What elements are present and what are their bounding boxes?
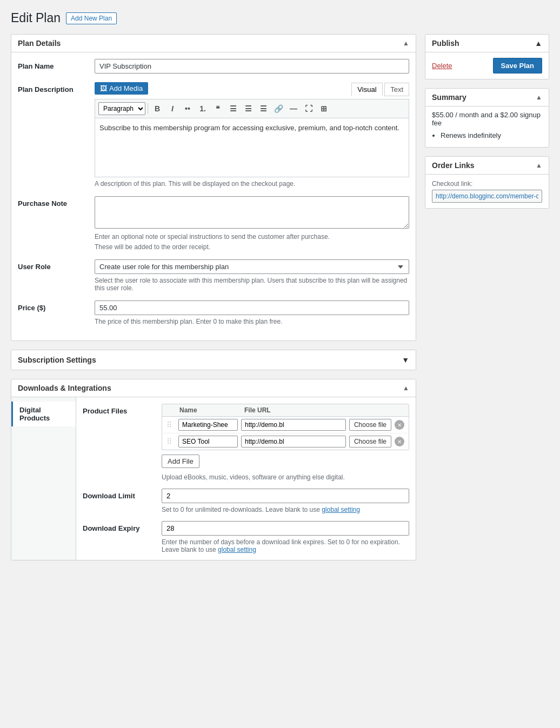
purchase-note-input[interactable] [95,196,409,229]
plan-name-label: Plan Name [18,59,88,70]
description-helper: A description of this plan. This will be… [95,180,409,188]
user-role-helper: Select the user role to associate with t… [95,277,409,292]
plan-name-content [95,59,409,74]
link-button[interactable]: 🔗 [271,102,285,116]
download-limit-input[interactable] [162,489,409,503]
order-links-chevron-icon: ▲ [536,162,542,169]
summary-list: Renews indefinitely [425,131,549,147]
plan-details-chevron-icon: ▲ [403,39,409,47]
product-files-header-row: Product Files Name File URL [83,404,409,481]
files-table-header: Name File URL [162,404,409,417]
summary-body: $55.00 / month and a $2.00 signup fee Re… [425,106,549,147]
user-role-label: User Role [18,259,88,271]
editor-wrapper: Subscribe to this membership program for… [95,118,409,177]
ordered-list-button[interactable]: 1. [196,102,210,116]
page-title: Edit Plan Add New Plan [11,11,549,25]
plan-name-row: Plan Name [18,59,409,74]
download-limit-global-link[interactable]: global setting [322,506,360,513]
drag-handle-icon[interactable]: ⠿ [166,437,175,446]
save-plan-button[interactable]: Save Plan [493,58,542,74]
publish-body: Delete Save Plan [425,52,549,79]
price-row: Price ($) The price of this membership p… [18,300,409,325]
file-name-input[interactable] [178,419,238,431]
plan-name-input[interactable] [95,59,409,74]
add-media-button[interactable]: 🖼 Add Media [95,82,148,95]
image-icon: 🖼 [100,84,107,92]
bold-button[interactable]: B [150,102,164,116]
align-left-button[interactable]: ☰ [226,102,240,116]
user-role-row: User Role Create user role for this memb… [18,259,409,292]
download-expiry-helper: Enter the number of days before a downlo… [162,538,409,553]
summary-card: Summary ▲ $55.00 / month and a $2.00 sig… [425,88,549,148]
downloads-chevron-icon: ▲ [403,384,409,392]
checkout-link-input[interactable] [432,190,542,203]
remove-file-button[interactable]: ✕ [395,437,404,446]
download-expiry-global-link[interactable]: global setting [218,546,256,553]
summary-price: $55.00 / month and a $2.00 signup fee [425,106,549,131]
purchase-note-content: Enter an optional note or special instru… [95,196,409,251]
downloads-card: Downloads & Integrations ▲ Digital Produ… [11,379,416,560]
downloads-sidebar: Digital Products [11,397,76,560]
publish-card: Publish ▲ Delete Save Plan [425,34,549,79]
plan-description-row: Plan Description 🖼 Add Media Visual Text [18,82,409,188]
visual-tab[interactable]: Visual [351,83,382,96]
editor-toolbar: Paragraph B I •• 1. ❝ ☰ ☰ ☰ 🔗 [95,99,409,118]
price-input[interactable] [95,300,409,315]
upload-helper: Upload eBooks, music, videos, software o… [162,473,409,481]
purchase-note-helper1: Enter an optional note or special instru… [95,233,409,241]
publish-chevron-icon: ▲ [535,39,542,48]
order-links-header: Order Links ▲ [425,157,549,175]
price-label: Price ($) [18,300,88,312]
subscription-settings-header[interactable]: Subscription Settings ▼ [11,350,416,370]
product-files-section: Product Files Name File URL [83,404,409,481]
paragraph-select[interactable]: Paragraph [98,102,145,115]
digital-products-tab[interactable]: Digital Products [11,402,76,426]
add-new-plan-button[interactable]: Add New Plan [66,12,117,24]
file-row: ⠿ Choose file ✕ [162,433,409,450]
files-table: Name File URL ⠿ [162,404,409,450]
price-helper: The price of this membership plan. Enter… [95,318,409,325]
summary-header: Summary ▲ [425,89,549,106]
file-name-input[interactable] [178,436,238,448]
user-role-content: Create user role for this membership pla… [95,259,409,292]
checkout-link-label: Checkout link: [432,180,542,188]
editor-tabs: Visual Text [351,83,409,96]
download-limit-label: Download Limit [83,489,153,513]
downloads-header: Downloads & Integrations ▲ [11,379,416,397]
subscription-settings-card: Subscription Settings ▼ [11,350,416,370]
italic-button[interactable]: I [165,102,179,116]
align-center-button[interactable]: ☰ [241,102,255,116]
table-button[interactable]: ⊞ [317,102,331,116]
purchase-note-helper2: These will be added to the order receipt… [95,243,409,251]
unordered-list-button[interactable]: •• [181,102,195,116]
blockquote-button[interactable]: ❝ [211,102,225,116]
user-role-select[interactable]: Create user role for this membership pla… [95,259,409,274]
remove-file-button[interactable]: ✕ [395,420,404,430]
align-right-button[interactable]: ☰ [256,102,270,116]
text-tab[interactable]: Text [384,83,409,96]
description-editor[interactable]: Subscribe to this membership program for… [95,118,409,177]
download-limit-helper: Set to 0 for unlimited re-downloads. Lea… [162,506,409,513]
plan-details-card: Plan Details ▲ Plan Name Plan Descriptio… [11,34,416,341]
product-files-label: Product Files [83,404,153,481]
fullscreen-button[interactable]: ⛶ [302,102,316,116]
file-url-input[interactable] [241,436,346,448]
delete-button[interactable]: Delete [432,62,452,70]
col-url-header: File URL [244,406,350,414]
hr-button[interactable]: — [286,102,301,116]
purchase-note-row: Purchase Note Enter an optional note or … [18,196,409,251]
order-links-card: Order Links ▲ Checkout link: [425,156,549,209]
download-limit-section: Download Limit Set to 0 for unlimited re… [83,489,409,513]
publish-header: Publish ▲ [425,35,549,52]
add-file-button[interactable]: Add File [162,455,199,468]
plan-description-content: 🖼 Add Media Visual Text Paragraph [95,82,409,188]
file-url-input[interactable] [241,419,346,431]
choose-file-button[interactable]: Choose file [349,419,391,431]
purchase-note-label: Purchase Note [18,196,88,208]
download-expiry-input[interactable] [162,521,409,536]
summary-renews: Renews indefinitely [441,131,549,139]
download-expiry-label: Download Expiry [83,521,153,553]
subscription-chevron-icon: ▼ [402,356,409,364]
drag-handle-icon[interactable]: ⠿ [166,420,175,429]
choose-file-button[interactable]: Choose file [349,436,391,448]
